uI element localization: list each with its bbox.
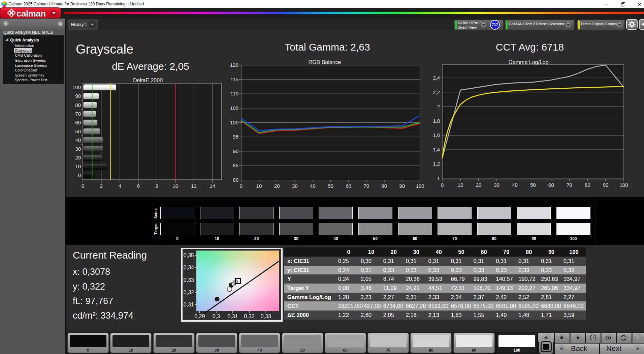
svg-text:8: 8 [156,183,158,189]
svg-text:0,33: 0,33 [184,277,194,283]
svg-text:60: 60 [75,120,81,125]
svg-text:70: 70 [75,111,81,117]
svg-text:100: 100 [72,84,81,90]
svg-text:10: 10 [75,164,81,169]
svg-text:80: 80 [585,182,590,188]
svg-text:20: 20 [274,183,280,189]
svg-text:90: 90 [603,182,609,188]
svg-text:105: 105 [230,105,238,111]
svg-text:30: 30 [292,183,298,189]
svg-text:120: 120 [230,62,238,68]
svg-text:0,33: 0,33 [261,314,271,319]
svg-text:0: 0 [82,183,84,189]
svg-text:30: 30 [75,146,81,152]
svg-text:80: 80 [75,102,81,108]
svg-text:100: 100 [230,120,238,125]
svg-text:60: 60 [548,182,554,188]
svg-text:80: 80 [381,183,387,189]
svg-text:4: 4 [119,183,121,189]
svg-text:2: 2 [100,183,103,189]
svg-text:0: 0 [441,182,444,188]
svg-text:0: 0 [240,183,243,189]
svg-text:70: 70 [363,183,369,189]
svg-text:100: 100 [416,183,424,189]
svg-text:0,32: 0,32 [244,314,255,319]
svg-text:Gamma Log/Log: Gamma Log/Log [508,59,548,65]
svg-text:1,6: 1,6 [433,132,440,138]
svg-text:40: 40 [75,137,81,143]
svg-text:50: 50 [75,128,81,134]
svg-text:115: 115 [230,77,238,82]
svg-text:20: 20 [476,182,481,188]
svg-text:6: 6 [137,183,140,189]
svg-text:90: 90 [75,93,81,99]
svg-text:0,29: 0,29 [194,314,205,319]
svg-text:2: 2 [437,104,440,109]
svg-text:100: 100 [619,182,628,188]
svg-text:0,32: 0,32 [184,290,194,295]
svg-text:110: 110 [230,91,238,96]
svg-text:1,4: 1,4 [433,147,440,152]
svg-text:RGB Balance: RGB Balance [309,59,341,65]
svg-text:40: 40 [512,182,518,188]
svg-text:50: 50 [328,183,333,189]
svg-text:0: 0 [78,172,81,178]
svg-text:60: 60 [346,183,351,189]
svg-text:0,31: 0,31 [184,302,194,307]
svg-text:DeltaE 2000: DeltaE 2000 [133,78,163,83]
svg-text:2,4: 2,4 [433,75,440,81]
svg-text:80: 80 [233,177,238,183]
svg-text:70: 70 [567,182,572,188]
svg-text:10: 10 [458,182,463,188]
svg-text:0,3: 0,3 [213,314,220,319]
svg-text:10: 10 [256,183,262,189]
svg-text:90: 90 [399,183,405,189]
svg-text:40: 40 [310,183,316,189]
svg-text:12: 12 [191,183,197,189]
svg-text:95: 95 [233,134,238,140]
svg-text:85: 85 [233,163,238,168]
svg-text:1: 1 [437,175,440,181]
svg-text:50: 50 [530,182,536,188]
svg-text:0,31: 0,31 [227,314,238,319]
svg-text:10: 10 [172,183,178,189]
svg-text:1,2: 1,2 [433,161,440,167]
svg-text:14: 14 [210,183,215,189]
svg-text:0,34: 0,34 [184,265,194,270]
svg-text:20: 20 [75,155,81,160]
svg-text:1,8: 1,8 [433,118,440,124]
svg-text:90: 90 [233,148,238,154]
svg-text:2,2: 2,2 [433,89,440,95]
svg-text:30: 30 [494,182,500,188]
svg-text:0,35: 0,35 [184,253,194,258]
